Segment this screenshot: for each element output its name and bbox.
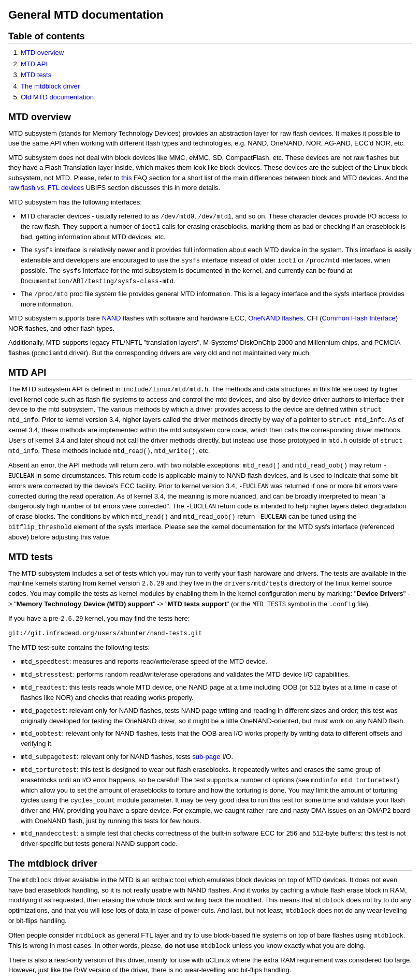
test-readtest: mtd_readtest: this tests reads whole MTD…	[21, 682, 412, 703]
toc-link-mtd-overview[interactable]: MTD overview	[21, 49, 64, 56]
mtd-interface-sysfs: The sysfs interface is relatively newer …	[21, 245, 412, 286]
section-mtdblock: The mtdblock driver The mtdblock driver …	[8, 858, 412, 981]
section-mtd-overview: MTD overview MTD subsystem (stands for M…	[8, 112, 412, 358]
toc-link-old-mtd[interactable]: Old MTD documentation	[21, 93, 94, 101]
toc-item: MTD overview	[21, 48, 412, 58]
test-pagetest: mtd_pagetest: relevant only for NAND fla…	[21, 706, 412, 726]
toc-item: MTD tests	[21, 70, 412, 80]
mtd-api-para1: The MTD subsystem API is defined in incl…	[8, 384, 412, 456]
test-torturetest: mtd_torturetest: this test is designed t…	[21, 765, 412, 826]
mtd-tests-para2: If you have a pre-2.6.29 kernel, you may…	[8, 613, 412, 624]
link-cfi[interactable]: Common Flash Interface	[322, 314, 395, 322]
mtd-tests-url: git://git.infradead.org/users/ahunter/na…	[8, 628, 412, 638]
toc-list: MTD overview MTD API MTD tests The mtdbl…	[21, 48, 412, 103]
mtd-overview-para2: MTD subsystem does not deal with block d…	[8, 153, 412, 193]
mtd-overview-para3: MTD subsystem has the following interfac…	[8, 197, 412, 208]
section-mtd-tests: MTD tests The MTD subsystem includes a s…	[8, 552, 412, 849]
toc-link-mtdblock[interactable]: The mtdblock driver	[21, 82, 80, 90]
test-speedtest: mtd_speedtest: measures and reports read…	[21, 656, 412, 667]
link-subpage[interactable]: sub-page	[192, 753, 220, 760]
mtd-tests-para1: The MTD subsystem includes a set of test…	[8, 568, 412, 609]
mtd-overview-para4: MTD subsystem supports bare NAND flashes…	[8, 313, 412, 333]
test-nandecctest: mtd_nandecctest: a simple test that chec…	[21, 828, 412, 849]
test-stresstest: mtd_stresstest: performs random read/wri…	[21, 669, 412, 680]
toc-link-mtd-api[interactable]: MTD API	[21, 60, 48, 68]
mtd-interface-char: MTD character devices - usually referred…	[21, 211, 412, 242]
test-oobtest: mtd_oobtest: relevant only for NAND flas…	[21, 728, 412, 749]
link-onenand[interactable]: OneNAND flashes	[248, 314, 303, 322]
link-nand[interactable]: NAND	[102, 314, 121, 322]
table-of-contents: Table of contents MTD overview MTD API M…	[8, 31, 412, 103]
mtdblock-para2: Often people consider mtdblock as genera…	[8, 930, 412, 951]
link-raw-flash[interactable]: raw flash vs. FTL devices	[8, 184, 84, 192]
section-mtd-api: MTD API The MTD subsystem API is defined…	[8, 368, 412, 543]
mtd-tests-list: mtd_speedtest: measures and reports read…	[21, 656, 412, 849]
mtdblock-para3: There is also a read-only version of thi…	[8, 955, 412, 975]
mtd-overview-para5: Additionally, MTD supports legacy FTL/NF…	[8, 338, 412, 358]
section-heading-mtdblock: The mtdblock driver	[8, 858, 412, 871]
toc-item: The mtdblock driver	[21, 81, 412, 92]
section-heading-mtd-tests: MTD tests	[8, 552, 412, 564]
toc-item: MTD API	[21, 59, 412, 69]
mtd-interfaces-list: MTD character devices - usually referred…	[21, 211, 412, 309]
mtd-overview-para1: MTD subsystem (stands for Memory Technol…	[8, 128, 412, 149]
mtdblock-para1: The mtdblock driver available in the MTD…	[8, 875, 412, 926]
test-subpagetest: mtd_subpagetest: relevant only for NAND …	[21, 752, 412, 762]
toc-item: Old MTD documentation	[21, 92, 412, 103]
toc-heading: Table of contents	[8, 31, 412, 43]
toc-link-mtd-tests[interactable]: MTD tests	[21, 71, 51, 79]
mtd-tests-para3: The MTD test-suite contains the followin…	[8, 642, 412, 653]
section-heading-mtd-api: MTD API	[8, 368, 412, 380]
mtd-interface-proc: The /proc/mtd proc file system file prov…	[21, 289, 412, 310]
section-heading-mtd-overview: MTD overview	[8, 112, 412, 124]
mtd-api-para2: Absent an error, the API methods will re…	[8, 460, 412, 543]
link-this[interactable]: this	[121, 174, 132, 182]
page-title: General MTD documentation	[8, 8, 412, 22]
